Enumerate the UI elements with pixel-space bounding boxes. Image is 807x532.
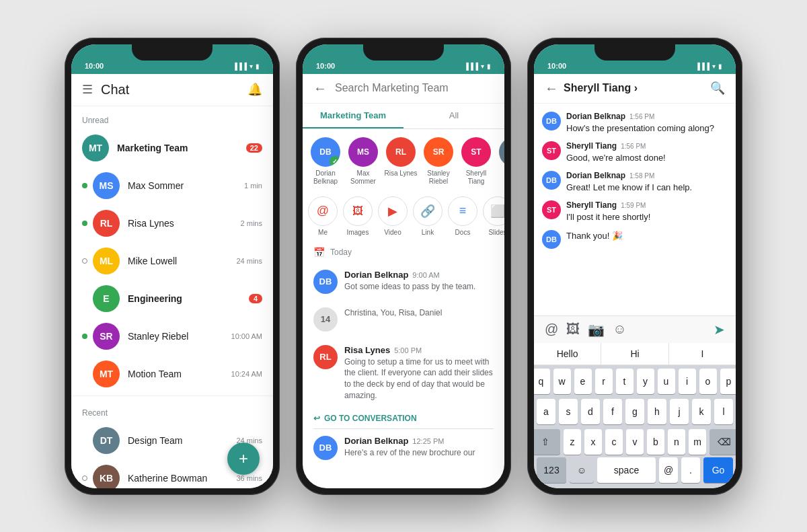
key-z[interactable]: z [564, 429, 581, 455]
filter-me[interactable]: @ Me [308, 196, 338, 236]
key-a[interactable]: a [537, 399, 555, 424]
avatar: DB [313, 436, 338, 460]
tab-marketing-team[interactable]: Marketing Team [303, 104, 404, 128]
image-icon[interactable]: 🖼 [566, 321, 580, 337]
key-d[interactable]: d [581, 399, 600, 424]
at-icon[interactable]: @ [545, 321, 558, 337]
suggestion-hi[interactable]: Hi [601, 343, 668, 365]
key-g[interactable]: g [625, 399, 644, 424]
person-item[interactable]: SR Stanley Riebel [421, 137, 456, 186]
list-item[interactable]: E Engineering 4 [71, 280, 273, 317]
keyboard-row-4: 123 ☺ space @ . Go [534, 456, 736, 488]
key-x[interactable]: x [584, 429, 602, 455]
space-key[interactable]: space [597, 457, 656, 483]
key-s[interactable]: s [559, 399, 578, 424]
list-item[interactable]: ML Mike Lowell 24 mins [71, 242, 273, 280]
filter-video[interactable]: ▶ Video [378, 196, 408, 236]
suggestion-hello[interactable]: Hello [534, 343, 601, 365]
list-item[interactable]: MT Motion Team 10:24 AM [71, 355, 273, 393]
key-v[interactable]: v [626, 429, 644, 455]
key-f[interactable]: f [603, 399, 622, 424]
message-time: 1:59 PM [621, 202, 646, 209]
message-text: Here's a rev of the new brochure our [344, 447, 494, 459]
online-indicator [82, 221, 87, 226]
key-t[interactable]: t [616, 369, 633, 394]
contact-name: Risa Lynes [128, 218, 174, 229]
person-item[interactable]: MS Max Sommer [346, 137, 381, 186]
key-j[interactable]: j [670, 399, 689, 424]
at-key[interactable]: @ [659, 457, 678, 483]
back-button[interactable]: ← [313, 81, 327, 96]
send-button[interactable]: ➤ [714, 321, 725, 338]
message-row: DB Dorian Belknap 1:58 PM Great! Let me … [542, 171, 728, 194]
message-text: Going to setup a time for us to meet wit… [344, 356, 494, 402]
person-item[interactable]: ML Mike Lowell [496, 137, 504, 186]
reaction-icon[interactable]: ☺ [613, 321, 626, 337]
key-q[interactable]: q [534, 369, 550, 394]
person-name: Risa Lynes [384, 169, 417, 178]
bell-icon[interactable]: 🔔 [247, 82, 262, 97]
suggestion-i[interactable]: I [669, 343, 736, 365]
time-1: 10:00 [85, 62, 104, 70]
camera-icon[interactable]: 📷 [588, 321, 605, 338]
filter-link[interactable]: 🔗 Link [413, 196, 443, 236]
list-item[interactable]: SR Stanley Riebel 10:00 AM [71, 317, 273, 355]
filter-images[interactable]: 🖼 Images [343, 196, 373, 236]
compose-button[interactable]: + [227, 443, 260, 475]
calendar-icon: 📅 [313, 247, 325, 258]
avatar: RL [386, 137, 416, 167]
key-w[interactable]: w [553, 369, 571, 394]
person-name: Max Sommer [346, 169, 381, 186]
message-item: DB Dorian Belknap 12:25 PM Here's a rev … [303, 429, 504, 467]
filter-row: @ Me 🖼 Images ▶ Video 🔗 Link ≡ Docs [303, 191, 504, 241]
key-m[interactable]: m [689, 429, 706, 455]
filter-docs[interactable]: ≡ Docs [448, 196, 477, 236]
shift-key[interactable]: ⇧ [534, 429, 560, 455]
menu-icon[interactable]: ☰ [82, 82, 93, 97]
period-key[interactable]: . [681, 457, 700, 483]
filter-slides[interactable]: ⬜ Slides [483, 196, 504, 236]
key-c[interactable]: c [605, 429, 623, 455]
message-row: ST Sheryll Tiang 1:59 PM I'll post it he… [542, 200, 728, 223]
key-k[interactable]: k [692, 399, 711, 424]
back-button[interactable]: ← [545, 81, 558, 96]
avatar: MT [82, 135, 109, 161]
search-input[interactable] [335, 82, 494, 94]
key-n[interactable]: n [668, 429, 685, 455]
search-button[interactable]: 🔍 [710, 81, 725, 96]
list-item[interactable]: RL Risa Lynes 2 mins [71, 204, 273, 242]
status-bar-3: 10:00 ▐▐▐ ▾ ▮ [534, 44, 736, 74]
filter-link-icon: 🔗 [413, 196, 443, 226]
go-key[interactable]: Go [703, 457, 733, 483]
person-item[interactable]: ST Sheryll Tiang [459, 137, 494, 186]
key-h[interactable]: h [648, 399, 666, 424]
avatar: MS [348, 137, 378, 167]
numbers-key[interactable]: 123 [537, 457, 566, 483]
key-y[interactable]: y [637, 369, 654, 394]
backspace-key[interactable]: ⌫ [709, 429, 736, 455]
key-b[interactable]: b [647, 429, 664, 455]
list-item[interactable]: MS Max Sommer 1 min [71, 167, 273, 204]
avatar: ST [461, 137, 491, 167]
tab-all[interactable]: All [404, 104, 504, 128]
key-l[interactable]: l [714, 399, 733, 424]
message-text: Thank you! 🎉 [566, 230, 728, 242]
battery-icon: ▮ [718, 63, 722, 70]
person-item[interactable]: RL Risa Lynes [383, 137, 418, 186]
key-r[interactable]: r [595, 369, 613, 394]
phone-1: 10:00 ▐▐▐ ▾ ▮ ☰ Chat 🔔 Unread MT [65, 38, 280, 495]
key-p[interactable]: p [720, 369, 736, 394]
timestamp: 24 mins [236, 257, 262, 265]
person-item[interactable]: DB Dorian Belknap [308, 137, 343, 186]
avatar: ML [93, 248, 120, 274]
key-u[interactable]: u [658, 369, 675, 394]
emoji-key[interactable]: ☺ [570, 457, 594, 483]
key-e[interactable]: e [574, 369, 592, 394]
list-item[interactable]: MT Marketing Team 22 [71, 129, 273, 167]
key-o[interactable]: o [699, 369, 717, 394]
avatar: RL [313, 345, 338, 369]
key-i[interactable]: i [679, 369, 696, 394]
avatar: DB [542, 230, 561, 249]
contact-name: Engineering [128, 293, 182, 304]
go-to-conversation-button[interactable]: ↩ GO TO CONVERSATION [303, 408, 504, 428]
